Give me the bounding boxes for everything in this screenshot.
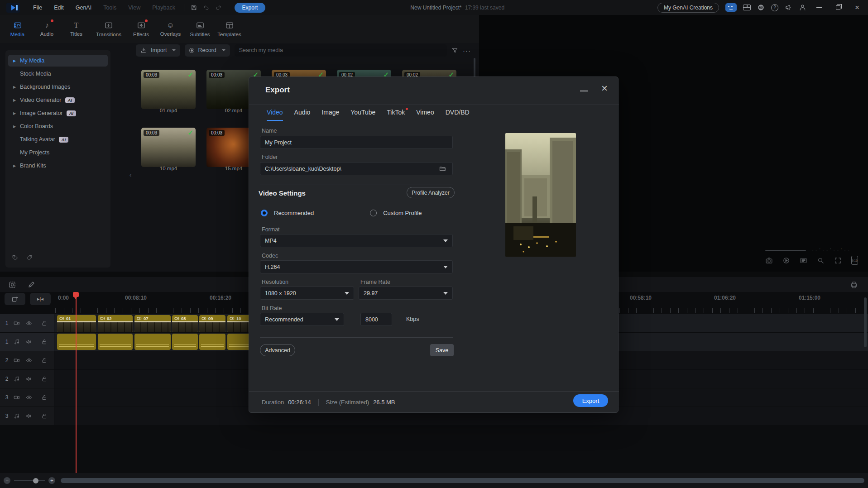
save-icon[interactable] <box>188 3 200 12</box>
draw-pen-icon[interactable] <box>28 281 35 288</box>
tab-transitions[interactable]: Transitions <box>91 17 126 41</box>
zoom-slider-knob[interactable] <box>33 478 38 483</box>
import-dropdown-caret[interactable] <box>172 49 176 51</box>
tab-image-export[interactable]: Image <box>321 109 339 121</box>
dialog-close-icon[interactable]: × <box>601 83 608 94</box>
redo-icon[interactable] <box>212 3 225 12</box>
mute-speaker-icon[interactable] <box>26 413 32 419</box>
folder-input[interactable] <box>260 162 453 175</box>
snapshot-camera-icon[interactable] <box>765 257 773 264</box>
lock-icon[interactable] <box>41 320 48 326</box>
tab-dvd-bd[interactable]: DVD/BD <box>446 109 470 121</box>
timeline-audio-clip[interactable] <box>57 334 96 350</box>
playhead-pin[interactable] <box>73 292 79 297</box>
tab-tiktok[interactable]: TikTok <box>387 109 405 121</box>
sidebar-collapse-handle[interactable]: ‹ <box>129 172 131 178</box>
sidebar-item-background-images[interactable]: ▶ Background Images <box>8 81 108 93</box>
tab-media[interactable]: Media <box>3 17 32 41</box>
magnetic-timeline-icon[interactable] <box>8 281 16 289</box>
timeline-vertical-scrollbar[interactable] <box>864 297 867 347</box>
record-button[interactable]: Record <box>185 44 230 57</box>
tab-audio[interactable]: ♪ Audio <box>32 17 62 41</box>
app-logo-icon[interactable] <box>6 3 20 13</box>
window-minimize-button[interactable] <box>813 0 825 15</box>
menu-genai[interactable]: GenAI <box>71 3 96 13</box>
visibility-eye-icon[interactable] <box>26 394 32 401</box>
tab-overlays[interactable]: ☺ Overlays <box>156 17 185 41</box>
lock-icon[interactable] <box>41 339 48 345</box>
tab-titles[interactable]: T Titles <box>62 17 91 41</box>
marker-list-icon[interactable] <box>800 257 807 264</box>
search-input[interactable] <box>239 47 442 53</box>
mute-speaker-icon[interactable] <box>26 339 32 345</box>
my-genai-creations-button[interactable]: My GenAI Creations <box>657 3 719 13</box>
mute-speaker-icon[interactable] <box>26 376 32 382</box>
lock-icon[interactable] <box>41 376 48 382</box>
tab-video[interactable]: Video <box>267 109 283 121</box>
record-dropdown-caret[interactable] <box>222 49 225 51</box>
playhead[interactable] <box>76 292 77 473</box>
format-dropdown[interactable]: MP4 <box>260 234 453 247</box>
timeline-horizontal-scrollbar[interactable] <box>61 478 864 483</box>
megaphone-icon[interactable] <box>785 4 792 11</box>
recommended-radio[interactable] <box>261 210 268 216</box>
workspace-layout-icon[interactable] <box>743 5 751 10</box>
sidebar-item-brand-kits[interactable]: ▶ Brand Kits <box>8 160 108 172</box>
zoom-in-button[interactable]: + <box>48 477 55 484</box>
save-button[interactable]: Save <box>430 344 454 356</box>
menu-file[interactable]: File <box>28 3 47 13</box>
tab-youtube[interactable]: YouTube <box>350 109 375 121</box>
ai-copilot-icon[interactable] <box>725 3 737 12</box>
tab-effects[interactable]: Effects <box>126 17 156 41</box>
sidebar-item-image-generator[interactable]: ▶ Image Generator AI <box>8 107 108 119</box>
sidebar-item-color-boards[interactable]: ▶ Color Boards <box>8 120 108 132</box>
help-icon[interactable]: ? <box>771 4 778 11</box>
add-track-button[interactable] <box>5 293 25 305</box>
sidebar-item-stock-media[interactable]: Stock Media <box>8 68 108 80</box>
timeline-clip[interactable]: 07 <box>134 315 171 332</box>
zoom-slider[interactable] <box>14 480 45 481</box>
timeline-clip[interactable]: 09 <box>199 315 225 332</box>
tab-audio-export[interactable]: Audio <box>294 109 311 121</box>
window-close-button[interactable]: × <box>851 3 863 12</box>
sidebar-item-video-generator[interactable]: ▶ Video Generator AI <box>8 94 108 106</box>
lock-icon[interactable] <box>41 357 48 364</box>
timeline-clip[interactable]: 08 <box>172 315 198 332</box>
media-thumbnail[interactable]: 00:03 ✓ <box>141 70 196 109</box>
media-thumbnail[interactable]: 00:03 ✓ <box>141 128 196 167</box>
framerate-dropdown[interactable]: 29.97 <box>359 287 453 300</box>
timeline-print-icon[interactable] <box>850 281 858 289</box>
timeline-audio-clip[interactable] <box>172 334 198 350</box>
aspect-ratio-icon[interactable]: 9:16 <box>851 256 858 265</box>
tab-vimeo[interactable]: Vimeo <box>416 109 434 121</box>
media-search[interactable] <box>235 44 447 57</box>
name-input[interactable] <box>260 136 453 149</box>
visibility-eye-icon[interactable] <box>26 320 32 326</box>
tab-subtitles[interactable]: Subtitles <box>185 17 215 41</box>
profile-analyzer-button[interactable]: Profile Analyzer <box>407 187 455 198</box>
close-gap-button[interactable]: ▸|◂ <box>30 293 51 305</box>
sidebar-item-talking-avatar[interactable]: Talking Avatar AI <box>8 134 108 145</box>
bitrate-kbps-input[interactable] <box>360 313 392 326</box>
timeline-audio-clip[interactable] <box>134 334 171 350</box>
import-button[interactable]: Import <box>136 44 180 57</box>
label-icon[interactable] <box>26 254 33 261</box>
tab-templates[interactable]: Templates <box>215 17 244 41</box>
render-preview-icon[interactable] <box>782 257 790 264</box>
custom-profile-radio[interactable] <box>370 210 377 216</box>
more-options-icon[interactable]: ··· <box>463 47 471 54</box>
lock-icon[interactable] <box>41 394 48 401</box>
bitrate-dropdown[interactable]: Recommended <box>260 313 344 326</box>
zoom-level-icon[interactable] <box>817 257 825 264</box>
filter-icon[interactable] <box>451 47 458 54</box>
timeline-audio-clip[interactable] <box>199 334 225 350</box>
window-restore-button[interactable] <box>832 0 844 15</box>
resolution-dropdown[interactable]: 1080 x 1920 <box>260 287 354 300</box>
timeline-clip[interactable]: 01 <box>57 315 96 332</box>
sidebar-item-my-projects[interactable]: My Projects <box>8 147 108 158</box>
menu-view[interactable]: View <box>123 3 145 13</box>
lock-icon[interactable] <box>41 413 48 419</box>
menu-playback[interactable]: Playback <box>147 3 180 13</box>
codec-dropdown[interactable]: H.264 <box>260 260 453 273</box>
zoom-out-button[interactable]: − <box>4 477 10 484</box>
